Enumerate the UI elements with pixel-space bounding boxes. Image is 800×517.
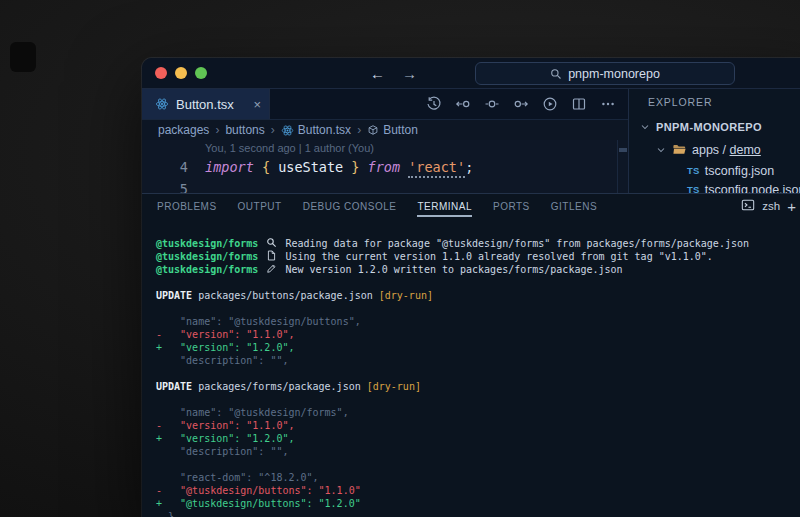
scrollbar-thumb[interactable] bbox=[619, 148, 627, 152]
text-segment: UPDATE bbox=[156, 290, 192, 301]
text-segment: "description": "", bbox=[156, 446, 288, 457]
explorer-item-apps-demo[interactable]: apps / demo bbox=[629, 138, 800, 161]
command-center-search[interactable]: pnpm-monorepo bbox=[475, 62, 735, 85]
text-segment: Using the current version 1.1.0 already … bbox=[279, 251, 712, 262]
breadcrumb-item-buttons[interactable]: buttons bbox=[225, 123, 264, 137]
forward-button[interactable]: → bbox=[402, 65, 417, 82]
text-segment: - "version": "1.1.0", bbox=[156, 329, 294, 340]
terminal-controls: zsh + bbox=[741, 194, 796, 218]
split-editor-button[interactable] bbox=[571, 96, 587, 112]
explorer-title: EXPLORER bbox=[629, 89, 800, 115]
panel-tab-ports[interactable]: PORTS bbox=[493, 201, 530, 212]
text-segment bbox=[258, 264, 264, 275]
code-token: import bbox=[205, 159, 262, 175]
history-navigation: ← → bbox=[370, 58, 417, 88]
terminal-line: @tuskdesign/forms New version 1.2.0 writ… bbox=[156, 263, 800, 276]
terminal-line: - "version": "1.1.0", bbox=[156, 419, 800, 432]
breadcrumb-label: Button.tsx bbox=[298, 123, 351, 137]
main-row: Button.tsx × packages›buttons›Button.tsx… bbox=[142, 89, 800, 193]
breadcrumb-item-button-tsx[interactable]: Button.tsx bbox=[281, 123, 351, 137]
code-token: { bbox=[262, 159, 278, 175]
minimize-window-button[interactable] bbox=[175, 67, 187, 79]
history-button[interactable] bbox=[426, 96, 442, 112]
shell-label[interactable]: zsh bbox=[762, 200, 780, 212]
text-segment: "react-dom": "^18.2.0", bbox=[156, 472, 319, 483]
terminal-line: + "@tuskdesign/buttons": "1.2.0" bbox=[156, 497, 800, 510]
explorer-root-pnpm-monorepo[interactable]: PNPM-MONOREPO bbox=[629, 115, 800, 138]
tab-strip: Button.tsx × bbox=[142, 89, 628, 120]
terminal-line: }, bbox=[156, 510, 800, 517]
terminal-line: @tuskdesign/forms Reading data for packa… bbox=[156, 237, 800, 250]
explorer-root-label: PNPM-MONOREPO bbox=[656, 121, 762, 133]
code-token: useState bbox=[278, 159, 343, 175]
panel-tab-terminal[interactable]: TERMINAL bbox=[417, 201, 472, 212]
tab-label: Button.tsx bbox=[176, 97, 234, 112]
text-segment bbox=[258, 251, 264, 262]
more-actions-button[interactable] bbox=[600, 96, 616, 112]
text-segment: @tuskdesign/forms bbox=[156, 238, 258, 249]
breadcrumb-separator: › bbox=[215, 123, 219, 137]
explorer-item-tsconfig-json[interactable]: TStsconfig.json bbox=[629, 161, 800, 180]
breadcrumb-label: Button bbox=[383, 123, 418, 137]
git-blame-annotation: You, 1 second ago | 1 author (You) bbox=[205, 142, 374, 154]
breadcrumb-label: buttons bbox=[225, 123, 264, 137]
code-token: from bbox=[368, 159, 409, 175]
run-button[interactable] bbox=[542, 96, 558, 112]
explorer-sidebar: EXPLORER PNPM-MONOREPO apps / demoTStsco… bbox=[628, 89, 800, 193]
react-icon bbox=[281, 124, 294, 137]
breadcrumb-item-button[interactable]: Button bbox=[367, 123, 418, 137]
terminal-line bbox=[156, 276, 800, 289]
new-terminal-button[interactable]: + bbox=[787, 199, 796, 214]
text-segment bbox=[258, 238, 264, 249]
panel-tab-problems[interactable]: PROBLEMS bbox=[157, 201, 217, 212]
code-token: 'react' bbox=[408, 159, 465, 178]
text-segment: UPDATE bbox=[156, 381, 192, 392]
code-tokens: import { useState } from 'react'; bbox=[205, 157, 473, 177]
terminal-line bbox=[156, 302, 800, 315]
terminal-line: "name": "@tuskdesign/buttons", bbox=[156, 315, 800, 328]
pencil-icon bbox=[266, 263, 277, 274]
ts-icon: TS bbox=[687, 184, 700, 193]
text-segment: }, bbox=[156, 511, 180, 517]
terminal-line bbox=[156, 393, 800, 406]
terminal-line: @tuskdesign/forms Using the current vers… bbox=[156, 250, 800, 263]
terminal-line: UPDATE packages/forms/package.json [dry-… bbox=[156, 380, 800, 393]
code-token: } bbox=[343, 159, 367, 175]
next-change-button[interactable] bbox=[513, 96, 529, 112]
vscode-window: ← → pnpm-monorepo bbox=[142, 58, 800, 517]
text-segment: + "version": "1.2.0", bbox=[156, 433, 294, 444]
magnifier-icon bbox=[266, 237, 277, 248]
editor-actions bbox=[426, 89, 628, 119]
ts-icon: TS bbox=[687, 165, 700, 176]
line-number: 5 bbox=[142, 179, 205, 193]
close-tab-icon[interactable]: × bbox=[253, 98, 261, 111]
breadcrumb-item-packages[interactable]: packages bbox=[158, 123, 209, 137]
panel-tabs: PROBLEMSOUTPUTDEBUG CONSOLETERMINALPORTS… bbox=[142, 194, 800, 218]
tab-button-tsx[interactable]: Button.tsx × bbox=[142, 89, 270, 119]
panel-tab-debug-console[interactable]: DEBUG CONSOLE bbox=[303, 201, 397, 212]
breadcrumb-separator: › bbox=[271, 123, 275, 137]
terminal-line: "description": "", bbox=[156, 445, 800, 458]
text-segment: + "@tuskdesign/buttons": "1.2.0" bbox=[156, 498, 361, 509]
text-segment: + "version": "1.2.0", bbox=[156, 342, 294, 353]
panel-tab-gitlens[interactable]: GITLENS bbox=[551, 201, 597, 212]
panel-tab-output[interactable]: OUTPUT bbox=[238, 201, 282, 212]
chevron-down-icon bbox=[639, 121, 651, 133]
editor-group: Button.tsx × packages›buttons›Button.tsx… bbox=[142, 89, 628, 193]
line-number: 4 bbox=[142, 157, 205, 177]
close-window-button[interactable] bbox=[155, 67, 167, 79]
terminal-output[interactable]: @tuskdesign/forms Reading data for packa… bbox=[142, 218, 800, 517]
terminal-line: - "@tuskdesign/buttons": "1.1.0" bbox=[156, 484, 800, 497]
text-segment: - "@tuskdesign/buttons": "1.1.0" bbox=[156, 485, 361, 496]
open-change-button[interactable] bbox=[484, 96, 500, 112]
back-button[interactable]: ← bbox=[370, 65, 385, 82]
editor-scrollbar[interactable] bbox=[617, 140, 628, 193]
prev-change-button[interactable] bbox=[455, 96, 471, 112]
zoom-window-button[interactable] bbox=[195, 67, 207, 79]
code-editor[interactable]: You, 1 second ago | 1 author (You) 4 imp… bbox=[142, 140, 628, 193]
text-segment: packages/buttons/package.json bbox=[192, 290, 379, 301]
explorer-item-tsconfig-node-json[interactable]: TStsconfig.node.json bbox=[629, 180, 800, 193]
explorer-item-label: apps / demo bbox=[692, 143, 761, 157]
bottom-panel: PROBLEMSOUTPUTDEBUG CONSOLETERMINALPORTS… bbox=[142, 193, 800, 517]
text-segment: New version 1.2.0 written to packages/fo… bbox=[279, 264, 622, 275]
